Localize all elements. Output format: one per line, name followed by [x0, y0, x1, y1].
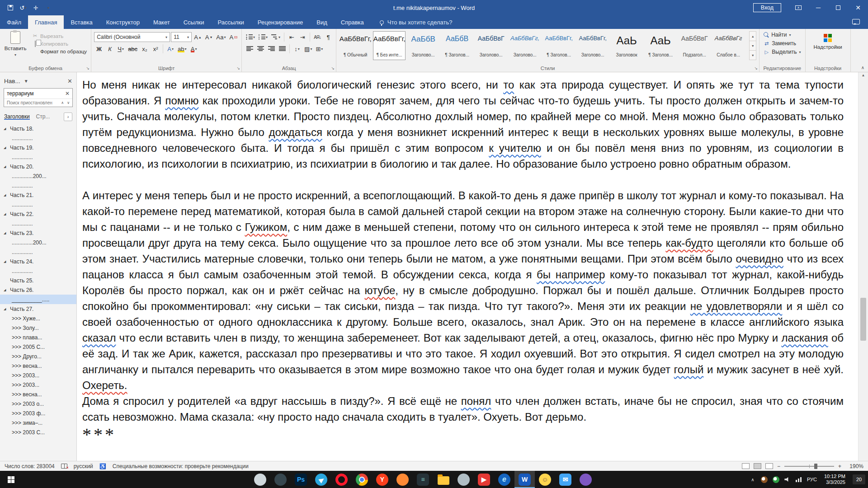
text-effects-button[interactable]: А▾ [165, 44, 175, 54]
nav-item[interactable]: ◢Часть 21. [0, 190, 76, 200]
nav-item[interactable]: .............. [0, 200, 76, 209]
taskbar-opera-icon[interactable] [331, 471, 352, 488]
undo-button[interactable]: ↺▾ [17, 2, 29, 14]
style-item-2[interactable]: АаБбВвГг,¶ Без инте... [373, 31, 406, 60]
tell-me-box[interactable]: Что вы хотите сделать? [380, 15, 453, 29]
nav-item[interactable]: ..............200... [0, 238, 76, 247]
style-item-5[interactable]: АаБбВвГЗаголово... [475, 31, 507, 60]
show-marks-button[interactable]: ¶ [323, 32, 333, 42]
comment-icon[interactable] [852, 19, 860, 24]
taskbar-photoshop-icon[interactable]: Ps [291, 471, 311, 488]
tab-макет[interactable]: Макет [146, 15, 177, 29]
next-result-icon[interactable]: ∨ [67, 101, 70, 105]
tray-app-icon-2[interactable] [773, 476, 779, 483]
nav-item[interactable]: >>> зима–... [0, 418, 76, 427]
scrollbar-thumb[interactable] [860, 298, 866, 341]
nav-item[interactable]: >>> 2003... [0, 371, 76, 380]
decrease-indent-button[interactable]: ⇤ [287, 32, 297, 42]
nav-item[interactable]: ◢Часть 20. [0, 162, 76, 171]
taskbar-defender-icon[interactable] [250, 471, 270, 488]
styles-dialog-launcher[interactable]: ↘ [755, 66, 758, 70]
expand-triangle-icon[interactable]: ◢ [4, 231, 9, 235]
proofing-errors-icon[interactable] [61, 464, 67, 469]
style-item-1[interactable]: АаБбВвГг,¶ Обычный [339, 31, 372, 60]
taskbar-gray-app-icon[interactable] [453, 471, 474, 488]
expand-triangle-icon[interactable]: ◢ [4, 127, 9, 131]
style-item-10[interactable]: АаЬ¶ Заголов... [644, 31, 677, 60]
sort-button[interactable]: АЯ↓ [312, 32, 322, 42]
sign-in-button[interactable]: Вход [753, 3, 781, 12]
multilevel-list-button[interactable]: ▾ [270, 32, 282, 42]
nav-item[interactable]: >>> 2003 С... [0, 427, 76, 437]
tab-конструктор[interactable]: Конструктор [99, 15, 146, 29]
taskbar-chat-app-icon[interactable]: ☺ [535, 471, 555, 488]
style-item-4[interactable]: АаБбВ¶ Заголов... [441, 31, 473, 60]
zoom-level[interactable]: 190% [845, 463, 863, 469]
font-name-select[interactable]: Calibri (Основной▾ [94, 32, 170, 42]
expand-triangle-icon[interactable]: ◢ [4, 146, 9, 150]
nav-item[interactable]: ◢Часть 24. [0, 257, 76, 266]
language-status[interactable]: русский [74, 463, 93, 469]
copy-button[interactable]: Копировать [31, 41, 88, 47]
print-layout-icon[interactable] [754, 463, 761, 469]
web-layout-icon[interactable] [765, 463, 773, 469]
tab-рассылки[interactable]: Рассылки [211, 15, 250, 29]
tab-headings[interactable]: Заголовки [4, 113, 30, 120]
start-button[interactable] [0, 471, 22, 488]
taskbar-yandex-browser-icon[interactable]: Y [372, 471, 392, 488]
nav-item[interactable]: .............. [0, 133, 76, 143]
styles-more-icon[interactable]: ▼ [750, 51, 756, 60]
expand-triangle-icon[interactable]: ◢ [4, 307, 9, 311]
font-dialog-launcher[interactable]: ↘ [237, 66, 241, 70]
nav-item[interactable]: ◢Часть 23. [0, 228, 76, 238]
nav-item[interactable]: .............. [0, 266, 76, 276]
tray-app-icon[interactable] [761, 476, 768, 483]
tab-главная[interactable]: Главная [28, 15, 64, 29]
nav-item[interactable]: ◢Часть 19. [0, 143, 76, 152]
bullets-button[interactable]: ▾ [245, 32, 256, 42]
taskbar-orange-app-icon[interactable] [392, 471, 413, 488]
shrink-font-button[interactable]: А▼ [204, 32, 214, 42]
clear-search-icon[interactable]: ✕ [65, 90, 70, 97]
align-center-button[interactable] [255, 44, 265, 54]
nav-item[interactable]: __________..... [0, 295, 76, 304]
tab-вид[interactable]: Вид [310, 15, 334, 29]
italic-button[interactable]: К [105, 44, 115, 54]
strikethrough-button[interactable]: abc [127, 44, 139, 54]
nav-item[interactable]: ◢Часть 27. [0, 304, 76, 314]
close-navigation-icon[interactable]: ✕ [67, 78, 72, 84]
expand-triangle-icon[interactable]: ◢ [4, 193, 9, 197]
style-item-8[interactable]: АаБбВвГг,Заголово... [576, 31, 609, 60]
expand-triangle-icon[interactable]: ◢ [4, 288, 9, 292]
taskbar-telegram-icon[interactable]: ▶ [311, 471, 331, 488]
nav-item[interactable]: .............. [0, 219, 76, 228]
nav-item[interactable]: ◢Часть 18. [0, 124, 76, 133]
style-item-12[interactable]: АаБбВвГгСлабое в... [712, 31, 745, 60]
clear-formatting-button[interactable]: А [228, 32, 239, 42]
nav-item[interactable]: .............. [0, 152, 76, 162]
superscript-button[interactable]: x² [151, 44, 160, 54]
taskbar-word-icon[interactable]: W [514, 471, 535, 488]
style-item-3[interactable]: АаБбВЗаголово... [407, 31, 439, 60]
tab-ссылки[interactable]: Ссылки [177, 15, 211, 29]
nav-item[interactable]: Часть 25. [0, 276, 76, 285]
clock[interactable]: 10:12 PM 3/3/2025 [822, 474, 848, 485]
style-item-7[interactable]: АаБбВвГг,¶ Заголов... [542, 31, 575, 60]
nav-item[interactable]: .............. [0, 181, 76, 190]
tab-вставка[interactable]: Вставка [64, 15, 99, 29]
chevron-down-icon[interactable]: ▼ [24, 79, 28, 84]
vertical-scrollbar[interactable]: ▲ [858, 72, 868, 461]
minimize-button[interactable]: ─ [808, 0, 828, 15]
grow-font-button[interactable]: А▲ [193, 32, 203, 42]
taskbar-notes-app-icon[interactable]: ≡ [413, 471, 433, 488]
taskbar-file-explorer-icon[interactable] [433, 471, 453, 488]
change-case-button[interactable]: Аа▾ [215, 32, 227, 42]
nav-item[interactable]: ◢Часть 22. [0, 209, 76, 219]
nav-item[interactable]: >>> Друго... [0, 352, 76, 361]
increase-indent-button[interactable]: ⇥ [297, 32, 307, 42]
cut-button[interactable]: ✂Вырезать [31, 33, 88, 39]
nav-item[interactable]: >>> весна... [0, 389, 76, 399]
zoom-in-icon[interactable]: + [838, 463, 841, 469]
taskbar-dark-app-icon[interactable] [270, 471, 291, 488]
nav-item[interactable]: >>> 2005 С... [0, 342, 76, 352]
